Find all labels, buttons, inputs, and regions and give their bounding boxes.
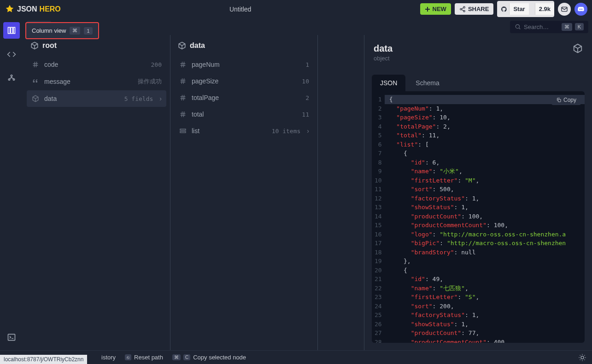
column-view-tooltip: Column view ⌘ 1 [25,22,99,39]
header: JSONHERO Untitled NEW SHARE Star 2.9k [0,0,592,18]
sidebar-terminal[interactable] [3,329,20,346]
footer-reset-path[interactable]: ⎋Reset path [125,354,163,361]
svg-point-0 [463,6,465,8]
hash-icon [179,111,187,118]
item-label: totalPage [192,94,301,101]
item-value: 1 [305,61,309,68]
star-count: 2.9k [535,3,554,15]
item-label: list [192,127,267,135]
new-button[interactable]: NEW [420,3,451,15]
logo-text-json: JSON [17,5,37,13]
kbd-esc: ⎋ [125,354,131,360]
footer-history-label: istory [101,354,116,361]
share-button-label: SHARE [468,6,489,12]
sun-icon [578,353,586,362]
item-label: data [44,95,120,102]
mail-button[interactable] [558,3,571,16]
kbd-cmd: ⌘ [172,354,181,360]
item-value: 5 fields [124,95,153,102]
column-item-pageNum[interactable]: pageNum1 [174,56,314,73]
item-label: pageSize [192,77,297,85]
sidebar-code-view[interactable] [3,46,20,63]
svg-point-11 [516,24,519,28]
svg-rect-13 [180,131,186,133]
discord-icon [577,6,585,13]
item-value: 2 [305,94,309,101]
footer-reset-label: Reset path [134,354,163,361]
sidebar [0,18,23,350]
footer-copy-node[interactable]: ⌘CCopy selected node [172,354,246,361]
cube-icon [573,43,583,53]
column-item-code[interactable]: code200 [27,56,166,73]
search-icon [515,23,521,30]
plus-icon [425,6,430,12]
code-viewer[interactable]: Copy 12345678910111213141516171819202122… [372,91,585,343]
theme-toggle[interactable] [578,353,586,362]
tooltip-kbd-cmd: ⌘ [70,27,80,35]
github-star-button[interactable]: Star 2.9k [497,1,554,17]
copy-button[interactable]: Copy [551,95,581,105]
column-data-header: data [170,35,317,56]
svg-point-7 [11,75,12,76]
svg-rect-12 [180,129,186,130]
logo-text-hero: HERO [40,5,61,13]
search-placeholder: Search… [524,23,559,30]
logo-icon [5,4,15,14]
footer-copy-label: Copy selected node [193,354,246,361]
item-label: code [44,61,147,68]
quote-icon [31,78,40,85]
column-item-pageSize[interactable]: pageSize10 [174,73,314,89]
inspector-tab-json[interactable]: JSON [372,75,405,91]
inspector-type: object [374,55,573,62]
chevron-right-icon: › [307,127,309,135]
code-icon [7,50,16,59]
hash-icon [179,77,187,85]
search-kbd-cmd: ⌘ [562,23,572,31]
item-label: pageNum [192,61,301,68]
url-hint: localhost:8787/j/OWTRiyCb2znn [0,355,87,364]
item-label: message [44,78,133,85]
column-root: root code200message操作成功data5 fields› [23,35,170,350]
hash-icon [179,94,187,101]
column-item-list[interactable]: list10 items› [174,123,314,139]
code-body[interactable]: { "pageNum": 1, "pageSize": 10, "totalPa… [385,91,585,343]
sidebar-tree-view[interactable] [3,70,20,87]
hash-icon [31,61,40,68]
search-kbd-k: K [575,23,584,30]
array-icon [179,127,187,135]
svg-rect-4 [8,27,10,33]
new-button-label: NEW [433,6,446,12]
discord-button[interactable] [574,3,587,16]
svg-point-1 [460,8,462,10]
document-title[interactable]: Untitled [61,6,420,13]
footer-history[interactable]: istory [101,354,116,361]
column-item-total[interactable]: total11 [174,106,314,123]
svg-rect-10 [8,334,15,340]
column-item-message[interactable]: message操作成功 [27,73,166,90]
footer: localhost:8787/j/OWTRiyCb2znn istory ⎋Re… [0,350,592,364]
inspector-tab-schema[interactable]: Schema [407,75,447,91]
column-item-totalPage[interactable]: totalPage2 [174,89,314,106]
chevron-right-icon: › [159,95,162,102]
column-item-data[interactable]: data5 fields› [27,90,166,107]
sidebar-column-view[interactable] [3,22,20,39]
cube-icon [31,95,40,102]
column-root-title: root [42,41,57,50]
share-icon [459,6,466,12]
header-actions: NEW SHARE Star 2.9k [420,1,587,17]
svg-rect-6 [13,27,15,33]
svg-point-2 [463,10,465,12]
mail-icon [561,6,568,13]
tree-icon [7,74,16,83]
logo[interactable]: JSONHERO [5,4,61,14]
copy-label: Copy [563,97,576,103]
copy-icon [556,97,562,103]
search-input[interactable]: Search… ⌘ K [510,21,588,33]
tooltip-kbd-1: 1 [84,27,92,35]
inspector-title: data [374,43,573,54]
inspector-panel: data object JSON Schema Copy 12345678910… [364,35,592,350]
hash-icon [179,61,187,68]
share-button[interactable]: SHARE [455,3,494,15]
kbd-c: C [183,354,190,360]
item-value: 操作成功 [138,77,162,86]
